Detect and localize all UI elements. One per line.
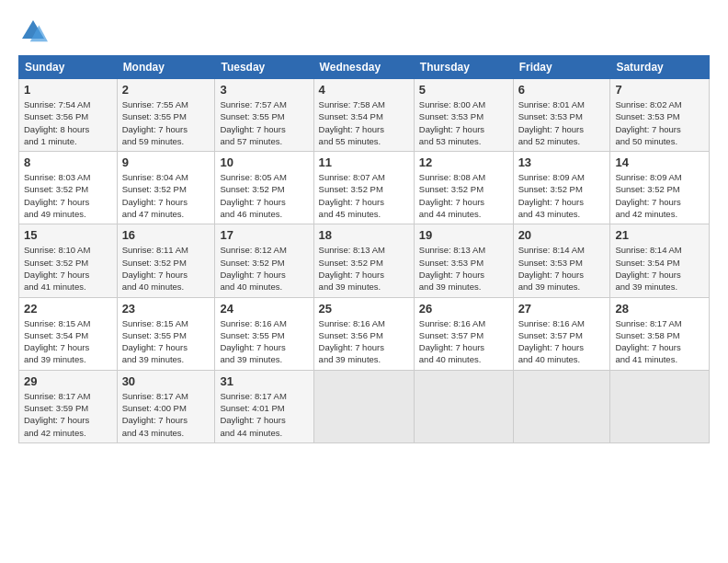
day-number: 18 <box>319 228 409 242</box>
day-cell: 28Sunrise: 8:17 AM Sunset: 3:58 PM Dayli… <box>610 297 710 370</box>
day-info: Sunrise: 8:05 AM Sunset: 3:52 PM Dayligh… <box>220 171 308 220</box>
day-number: 24 <box>220 302 308 316</box>
day-cell: 10Sunrise: 8:05 AM Sunset: 3:52 PM Dayli… <box>215 152 313 224</box>
calendar-table: SundayMondayTuesdayWednesdayThursdayFrid… <box>18 55 710 443</box>
day-number: 11 <box>319 155 409 169</box>
day-cell: 11Sunrise: 8:07 AM Sunset: 3:52 PM Dayli… <box>313 152 414 224</box>
day-number: 29 <box>24 374 112 388</box>
day-cell: 25Sunrise: 8:16 AM Sunset: 3:56 PM Dayli… <box>313 297 414 370</box>
day-info: Sunrise: 8:12 AM Sunset: 3:52 PM Dayligh… <box>220 244 308 293</box>
day-cell: 4Sunrise: 7:58 AM Sunset: 3:54 PM Daylig… <box>313 79 414 152</box>
day-number: 4 <box>319 83 409 97</box>
day-cell: 6Sunrise: 8:01 AM Sunset: 3:53 PM Daylig… <box>513 79 610 152</box>
day-info: Sunrise: 7:58 AM Sunset: 3:54 PM Dayligh… <box>319 98 409 147</box>
logo <box>18 17 51 46</box>
day-info: Sunrise: 8:16 AM Sunset: 3:57 PM Dayligh… <box>419 317 508 366</box>
day-info: Sunrise: 8:16 AM Sunset: 3:55 PM Dayligh… <box>220 317 308 366</box>
week-row-1: 1Sunrise: 7:54 AM Sunset: 3:56 PM Daylig… <box>19 79 710 152</box>
day-info: Sunrise: 7:55 AM Sunset: 3:55 PM Dayligh… <box>122 98 210 147</box>
day-info: Sunrise: 8:14 AM Sunset: 3:53 PM Dayligh… <box>518 244 606 293</box>
col-header-thursday: Thursday <box>414 56 513 79</box>
col-header-saturday: Saturday <box>610 56 710 79</box>
day-number: 28 <box>615 302 704 316</box>
day-cell: 7Sunrise: 8:02 AM Sunset: 3:53 PM Daylig… <box>610 79 710 152</box>
day-number: 13 <box>518 155 606 169</box>
day-cell <box>414 370 513 442</box>
day-cell <box>513 370 610 442</box>
day-number: 26 <box>419 302 508 316</box>
day-info: Sunrise: 8:17 AM Sunset: 4:00 PM Dayligh… <box>122 390 210 439</box>
day-info: Sunrise: 8:08 AM Sunset: 3:52 PM Dayligh… <box>419 171 508 220</box>
day-info: Sunrise: 8:14 AM Sunset: 3:54 PM Dayligh… <box>615 244 704 293</box>
day-number: 31 <box>220 374 308 388</box>
day-cell: 22Sunrise: 8:15 AM Sunset: 3:54 PM Dayli… <box>19 297 118 370</box>
day-cell <box>313 370 414 442</box>
col-header-monday: Monday <box>117 56 215 79</box>
day-number: 3 <box>220 83 308 97</box>
day-number: 2 <box>122 83 210 97</box>
day-cell: 21Sunrise: 8:14 AM Sunset: 3:54 PM Dayli… <box>610 224 710 297</box>
day-number: 14 <box>615 155 704 169</box>
day-number: 19 <box>419 228 508 242</box>
day-info: Sunrise: 8:17 AM Sunset: 3:58 PM Dayligh… <box>615 317 704 366</box>
header <box>18 17 710 46</box>
day-info: Sunrise: 8:13 AM Sunset: 3:52 PM Dayligh… <box>319 244 409 293</box>
day-number: 10 <box>220 155 308 169</box>
day-info: Sunrise: 8:16 AM Sunset: 3:56 PM Dayligh… <box>319 317 409 366</box>
day-info: Sunrise: 8:15 AM Sunset: 3:55 PM Dayligh… <box>122 317 210 366</box>
day-cell: 30Sunrise: 8:17 AM Sunset: 4:00 PM Dayli… <box>117 370 215 442</box>
day-number: 20 <box>518 228 606 242</box>
day-number: 25 <box>319 302 409 316</box>
day-cell: 14Sunrise: 8:09 AM Sunset: 3:52 PM Dayli… <box>610 152 710 224</box>
day-info: Sunrise: 8:02 AM Sunset: 3:53 PM Dayligh… <box>615 98 704 147</box>
week-row-2: 8Sunrise: 8:03 AM Sunset: 3:52 PM Daylig… <box>19 152 710 224</box>
day-number: 17 <box>220 228 308 242</box>
day-number: 7 <box>615 83 704 97</box>
day-cell: 3Sunrise: 7:57 AM Sunset: 3:55 PM Daylig… <box>215 79 313 152</box>
day-cell: 2Sunrise: 7:55 AM Sunset: 3:55 PM Daylig… <box>117 79 215 152</box>
day-cell: 31Sunrise: 8:17 AM Sunset: 4:01 PM Dayli… <box>215 370 313 442</box>
day-cell: 13Sunrise: 8:09 AM Sunset: 3:52 PM Dayli… <box>513 152 610 224</box>
day-info: Sunrise: 7:57 AM Sunset: 3:55 PM Dayligh… <box>220 98 308 147</box>
day-number: 15 <box>24 228 112 242</box>
day-number: 30 <box>122 374 210 388</box>
col-header-sunday: Sunday <box>19 56 118 79</box>
day-number: 12 <box>419 155 508 169</box>
day-cell: 8Sunrise: 8:03 AM Sunset: 3:52 PM Daylig… <box>19 152 118 224</box>
day-info: Sunrise: 8:10 AM Sunset: 3:52 PM Dayligh… <box>24 244 112 293</box>
day-info: Sunrise: 7:54 AM Sunset: 3:56 PM Dayligh… <box>24 98 112 147</box>
day-info: Sunrise: 8:15 AM Sunset: 3:54 PM Dayligh… <box>24 317 112 366</box>
day-cell: 16Sunrise: 8:11 AM Sunset: 3:52 PM Dayli… <box>117 224 215 297</box>
day-number: 9 <box>122 155 210 169</box>
col-header-friday: Friday <box>513 56 610 79</box>
day-info: Sunrise: 8:07 AM Sunset: 3:52 PM Dayligh… <box>319 171 409 220</box>
day-cell <box>610 370 710 442</box>
day-number: 8 <box>24 155 112 169</box>
day-cell: 1Sunrise: 7:54 AM Sunset: 3:56 PM Daylig… <box>19 79 118 152</box>
day-number: 6 <box>518 83 606 97</box>
day-cell: 19Sunrise: 8:13 AM Sunset: 3:53 PM Dayli… <box>414 224 513 297</box>
day-number: 22 <box>24 302 112 316</box>
week-row-5: 29Sunrise: 8:17 AM Sunset: 3:59 PM Dayli… <box>19 370 710 442</box>
day-info: Sunrise: 8:17 AM Sunset: 4:01 PM Dayligh… <box>220 390 308 439</box>
day-cell: 20Sunrise: 8:14 AM Sunset: 3:53 PM Dayli… <box>513 224 610 297</box>
day-cell: 24Sunrise: 8:16 AM Sunset: 3:55 PM Dayli… <box>215 297 313 370</box>
day-info: Sunrise: 8:09 AM Sunset: 3:52 PM Dayligh… <box>518 171 606 220</box>
day-number: 27 <box>518 302 606 316</box>
day-cell: 9Sunrise: 8:04 AM Sunset: 3:52 PM Daylig… <box>117 152 215 224</box>
page: SundayMondayTuesdayWednesdayThursdayFrid… <box>0 0 728 453</box>
day-number: 23 <box>122 302 210 316</box>
day-info: Sunrise: 8:04 AM Sunset: 3:52 PM Dayligh… <box>122 171 210 220</box>
day-cell: 17Sunrise: 8:12 AM Sunset: 3:52 PM Dayli… <box>215 224 313 297</box>
day-number: 5 <box>419 83 508 97</box>
day-number: 16 <box>122 228 210 242</box>
header-row: SundayMondayTuesdayWednesdayThursdayFrid… <box>19 56 710 79</box>
week-row-3: 15Sunrise: 8:10 AM Sunset: 3:52 PM Dayli… <box>19 224 710 297</box>
day-info: Sunrise: 8:11 AM Sunset: 3:52 PM Dayligh… <box>122 244 210 293</box>
day-info: Sunrise: 8:09 AM Sunset: 3:52 PM Dayligh… <box>615 171 704 220</box>
day-info: Sunrise: 8:03 AM Sunset: 3:52 PM Dayligh… <box>24 171 112 220</box>
day-cell: 5Sunrise: 8:00 AM Sunset: 3:53 PM Daylig… <box>414 79 513 152</box>
col-header-wednesday: Wednesday <box>313 56 414 79</box>
day-cell: 23Sunrise: 8:15 AM Sunset: 3:55 PM Dayli… <box>117 297 215 370</box>
day-cell: 29Sunrise: 8:17 AM Sunset: 3:59 PM Dayli… <box>19 370 118 442</box>
